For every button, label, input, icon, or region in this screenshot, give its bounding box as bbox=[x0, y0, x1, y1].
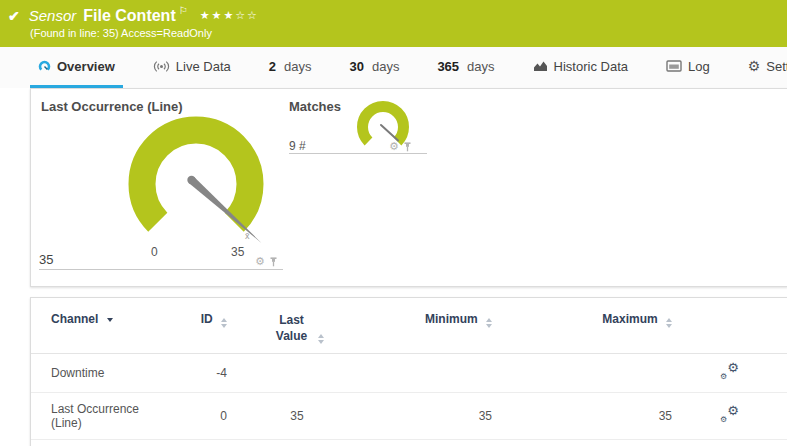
channel-name: Last Occurrence (Line) bbox=[31, 393, 171, 440]
channel-id: 0 bbox=[171, 393, 227, 440]
tab-365-days[interactable]: 365 days bbox=[429, 47, 502, 88]
tab-label: Log bbox=[688, 59, 710, 74]
tab-label: days bbox=[284, 59, 311, 74]
tab-number: 2 bbox=[269, 59, 276, 74]
tab-label: Historic Data bbox=[554, 59, 628, 74]
average-marker: x̄ bbox=[245, 231, 250, 241]
channel-last-value: 35 bbox=[227, 393, 367, 440]
channel-id: 1 bbox=[171, 440, 227, 446]
channel-minimum: 9 # bbox=[367, 440, 492, 446]
secondary-gauge-underline bbox=[289, 153, 427, 154]
column-header-maximum[interactable]: Maximum bbox=[492, 298, 672, 354]
tab-label: Live Data bbox=[176, 59, 231, 74]
channel-last-value bbox=[227, 354, 367, 393]
secondary-gauge-value: 9 # bbox=[289, 139, 306, 153]
channel-table: Channel ID Last Value Minimum Maximum bbox=[31, 298, 787, 446]
channel-last-value: 9 # bbox=[227, 440, 367, 446]
primary-gauge-min-label: 0 bbox=[151, 245, 158, 259]
tab-label: Overview bbox=[57, 59, 115, 74]
channel-maximum: 9 # bbox=[492, 440, 672, 446]
sort-icon bbox=[486, 318, 492, 328]
tab-settings[interactable]: ⚙ Settings bbox=[740, 47, 787, 88]
tab-number: 30 bbox=[349, 59, 363, 74]
pin-icon[interactable] bbox=[269, 257, 278, 267]
channel-table-panel: Channel ID Last Value Minimum Maximum bbox=[30, 297, 787, 446]
column-header-last-value[interactable]: Last Value bbox=[227, 298, 367, 354]
primary-gauge-value: 35 bbox=[39, 252, 53, 267]
tab-label: days bbox=[372, 59, 399, 74]
sort-icon bbox=[318, 334, 324, 344]
primary-gauge-underline bbox=[39, 269, 283, 270]
tab-bar: Overview Live Data 2 days 30 days 365 da… bbox=[0, 47, 787, 88]
area-chart-icon bbox=[533, 60, 548, 72]
table-row: Matches 1 9 # 9 # 9 # ⚙⚙ bbox=[31, 440, 787, 446]
tab-number: 365 bbox=[437, 59, 459, 74]
tab-label: days bbox=[467, 59, 494, 74]
channel-settings-gears-icon[interactable]: ⚙⚙ bbox=[720, 363, 739, 380]
channel-name: Matches bbox=[31, 440, 171, 446]
table-row: Last Occurrence (Line) 0 35 35 35 ⚙⚙ bbox=[31, 393, 787, 440]
gear-icon: ⚙ bbox=[748, 59, 761, 73]
priority-stars[interactable]: ★★★☆☆ bbox=[200, 9, 259, 21]
tab-overview[interactable]: Overview bbox=[30, 47, 123, 88]
column-header-minimum[interactable]: Minimum bbox=[367, 298, 492, 354]
gauge-icon bbox=[38, 60, 51, 73]
broadcast-icon bbox=[153, 60, 170, 73]
tab-log[interactable]: Log bbox=[658, 47, 718, 88]
column-header-channel[interactable]: Channel bbox=[31, 298, 171, 354]
tab-label: Settings bbox=[766, 59, 787, 74]
sensor-type-label: Sensor bbox=[29, 7, 77, 24]
channel-maximum: 35 bbox=[492, 393, 672, 440]
log-icon bbox=[666, 60, 682, 72]
overview-gauges-panel: Last Occurrence (Line) 0 35 x̄ 35 ⚙ Matc… bbox=[30, 88, 787, 287]
secondary-gauge-title: Matches bbox=[289, 99, 341, 114]
channel-id: -4 bbox=[171, 354, 227, 393]
primary-gauge bbox=[106, 94, 286, 264]
table-row: Downtime -4 ⚙⚙ bbox=[31, 354, 787, 393]
table-header-row: Channel ID Last Value Minimum Maximum bbox=[31, 298, 787, 354]
tab-30-days[interactable]: 30 days bbox=[341, 47, 407, 88]
channel-settings-gears-icon[interactable]: ⚙⚙ bbox=[720, 406, 739, 423]
channel-minimum: 35 bbox=[367, 393, 492, 440]
column-header-id[interactable]: ID bbox=[171, 298, 227, 354]
channel-name: Downtime bbox=[31, 354, 171, 393]
tab-2-days[interactable]: 2 days bbox=[261, 47, 320, 88]
channel-minimum bbox=[367, 354, 492, 393]
sort-icon bbox=[666, 318, 672, 328]
flag-icon[interactable]: ⚐ bbox=[179, 5, 188, 16]
sort-icon bbox=[221, 318, 227, 328]
tab-live-data[interactable]: Live Data bbox=[145, 47, 239, 88]
gauge-settings-gear-icon[interactable]: ⚙ bbox=[389, 141, 399, 152]
gauge-settings-gear-icon[interactable]: ⚙ bbox=[255, 256, 265, 267]
channel-maximum bbox=[492, 354, 672, 393]
primary-gauge-max-label: 35 bbox=[231, 245, 244, 259]
page-title: File Content bbox=[83, 7, 175, 24]
pin-icon[interactable] bbox=[403, 142, 412, 152]
sensor-status-header: ✔SensorFile Content⚐★★★☆☆ (Found in line… bbox=[0, 0, 787, 47]
tab-historic-data[interactable]: Historic Data bbox=[525, 47, 636, 88]
sensor-message: (Found in line: 35) Access=ReadOnly bbox=[30, 27, 212, 39]
sort-desc-icon bbox=[107, 318, 113, 322]
status-ok-icon: ✔ bbox=[8, 8, 20, 24]
